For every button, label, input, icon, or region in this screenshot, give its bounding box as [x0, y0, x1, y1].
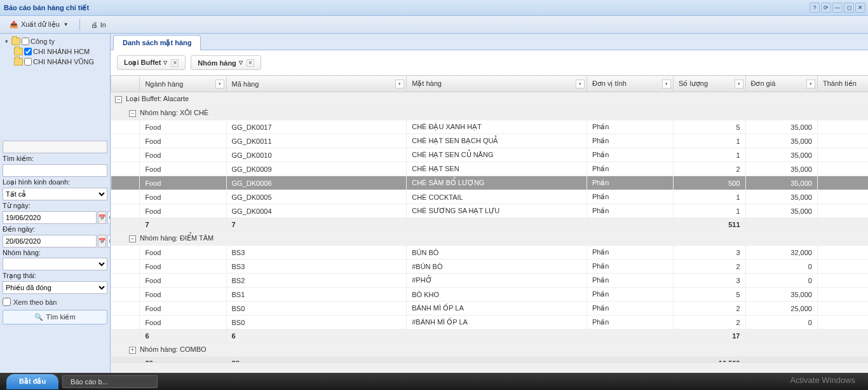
collapse-icon[interactable]: ▾: [3, 38, 10, 45]
branch2-checkbox[interactable]: [24, 58, 32, 66]
expand-icon[interactable]: −: [129, 235, 136, 242]
tree-root[interactable]: ▾ Công ty: [3, 36, 107, 46]
filter-group-label: Nhóm hàng: [198, 59, 236, 67]
dropdown-caret-icon: ▼: [64, 22, 69, 27]
status-label: Trạng thái:: [3, 272, 107, 280]
col-industry[interactable]: Ngành hàng▾: [140, 76, 226, 92]
table-row[interactable]: FoodGG_DK0017CHÈ ĐẬU XANH HẠTPhần535,000…: [111, 120, 869, 134]
group-row[interactable]: −Nhóm hàng: XÔI CHÈ: [111, 106, 869, 120]
filter-item-group[interactable]: Nhóm hàng ▽ ×: [191, 55, 261, 70]
remove-filter-icon[interactable]: ×: [171, 59, 179, 67]
filter-icon[interactable]: ▾: [735, 80, 743, 88]
filter-buffet-label: Loại Buffet: [124, 59, 161, 67]
group-row[interactable]: −Loại Buffet: Alacarte: [111, 92, 869, 106]
subtotal-row: 7751117,885,000: [111, 218, 869, 232]
maximize-button[interactable]: ◻: [844, 3, 854, 13]
sidebar: ▾ Công ty CHI NHÁNH HCM CHI NHÁNH VŨNG: [0, 34, 111, 373]
export-label: Xuất dữ liệu: [21, 20, 60, 29]
col-unit-price[interactable]: Đơn giá▾: [745, 76, 817, 92]
subtotal-row: 6617321,000: [111, 330, 869, 343]
col-item-name[interactable]: Mặt hàng▾: [407, 76, 587, 92]
table-row[interactable]: FoodGG_DK0006CHÈ SÂM BỔ LƯỢNGPhần50035,0…: [111, 176, 869, 190]
print-label: In: [100, 21, 106, 29]
grand-total-row: 28 28 10,560 1,720,634,000: [111, 357, 869, 363]
taskbar: Bắt đầu Báo cáo b...: [0, 373, 868, 390]
to-date-picker-icon[interactable]: 📅: [98, 235, 106, 247]
tab-item-list[interactable]: Danh sách mặt hàng: [113, 35, 201, 50]
expand-icon[interactable]: −: [129, 110, 136, 117]
tab-label: Danh sách mặt hàng: [123, 39, 191, 46]
table-row[interactable]: FoodBS3BÚN BÒPhần332,00096,000: [111, 246, 869, 260]
col-quantity[interactable]: Số lượng▾: [674, 76, 745, 92]
expand-icon[interactable]: +: [129, 347, 136, 354]
branch1-checkbox[interactable]: [24, 48, 32, 55]
remove-filter-icon[interactable]: ×: [247, 59, 254, 67]
table-row[interactable]: FoodGG_DK0004CHÈ SƯƠNG SA HẠT LỰUPhần135…: [111, 204, 869, 218]
grand-count2: 28: [226, 357, 407, 363]
col-amount[interactable]: Thành tiền▾: [817, 76, 868, 92]
table-row[interactable]: FoodBS3#BÚN BÒPhần200: [111, 260, 869, 274]
view-by-table-label: Xem theo bàn: [13, 298, 57, 306]
tree-branch-hcm[interactable]: CHI NHÁNH HCM: [3, 46, 107, 57]
search-button-label: Tìm kiếm: [46, 313, 75, 321]
table-row[interactable]: FoodBS1BÒ KHOPhần535,000175,000: [111, 288, 869, 302]
start-label: Bắt đầu: [19, 377, 46, 386]
top-input[interactable]: [3, 141, 107, 153]
filter-buffet-type[interactable]: Loại Buffet ▽ ×: [117, 55, 186, 70]
taskbar-item-report[interactable]: Báo cáo b...: [62, 375, 158, 388]
content-area: Danh sách mặt hàng Loại Buffet ▽ × Nhóm …: [111, 34, 868, 373]
tree-branch-vung[interactable]: CHI NHÁNH VŨNG: [3, 57, 107, 67]
data-grid: Ngành hàng▾ Mã hàng▾ Mặt hàng▾ Đơn vị tí…: [111, 75, 868, 362]
grand-qty: 10,560: [674, 357, 745, 363]
export-button[interactable]: 📤 Xuất dữ liệu ▼: [4, 18, 74, 31]
table-row[interactable]: FoodBS0#BÁNH MÌ ỐP LAPhần200: [111, 316, 869, 330]
start-button[interactable]: Bắt đầu: [6, 374, 58, 389]
print-button[interactable]: 🖨 In: [85, 18, 112, 31]
table-row[interactable]: FoodGG_DK0010CHÈ HẠT SEN CỦ NĂNGPhần135,…: [111, 148, 869, 162]
filter-icon[interactable]: ▾: [806, 80, 815, 88]
business-type-label: Loại hình kinh doanh:: [3, 178, 107, 186]
status-select[interactable]: Phiếu đã đóng: [3, 281, 107, 294]
view-by-table-checkbox[interactable]: [3, 298, 11, 306]
group-row[interactable]: +Nhóm hàng: COMBO: [111, 343, 869, 357]
chevron-down-icon: ▽: [163, 60, 167, 66]
horizontal-scrollbar[interactable]: [111, 362, 868, 373]
from-date-picker-icon[interactable]: 📅: [98, 211, 106, 224]
expand-icon[interactable]: −: [115, 96, 122, 103]
folder-icon: [14, 48, 23, 55]
col-unit[interactable]: Đơn vị tính▾: [587, 76, 673, 92]
grand-count1: 28: [140, 357, 226, 363]
refresh-button[interactable]: ⟳: [821, 3, 831, 13]
taskbar-item-label: Báo cáo b...: [71, 378, 108, 386]
to-date-input[interactable]: [3, 235, 97, 247]
window-title: Báo cáo bán hàng chi tiết: [4, 4, 89, 12]
grid-scroll-area[interactable]: Ngành hàng▾ Mã hàng▾ Mặt hàng▾ Đơn vị tí…: [111, 75, 868, 362]
filter-icon[interactable]: ▾: [395, 80, 404, 88]
help-button[interactable]: ?: [810, 3, 820, 13]
search-input[interactable]: [3, 164, 107, 177]
root-checkbox[interactable]: [22, 38, 29, 45]
col-expand: [111, 76, 140, 92]
from-date-label: Từ ngày:: [3, 202, 107, 210]
business-type-select[interactable]: Tất cả: [3, 188, 107, 200]
close-button[interactable]: ✕: [855, 3, 865, 13]
folder-icon: [14, 58, 23, 66]
branch-tree: ▾ Công ty CHI NHÁNH HCM CHI NHÁNH VŨNG: [3, 36, 107, 67]
table-row[interactable]: FoodGG_DK0005CHÈ COCKTAILPhần135,00035,0…: [111, 190, 869, 204]
minimize-button[interactable]: —: [832, 3, 843, 13]
from-date-input[interactable]: [3, 211, 97, 224]
group-row[interactable]: −Nhóm hàng: ĐIỂM TÂM: [111, 232, 869, 246]
filter-icon[interactable]: ▾: [576, 80, 585, 88]
table-row[interactable]: FoodBS2#PHỞPhần300: [111, 274, 869, 288]
chevron-down-icon: ▽: [239, 60, 243, 66]
table-row[interactable]: FoodGG_DK0011CHÈ HẠT SEN BẠCH QUẢPhần135…: [111, 134, 869, 148]
filter-icon[interactable]: ▾: [215, 80, 224, 88]
search-button[interactable]: 🔍 Tìm kiếm: [3, 310, 107, 324]
col-item-code[interactable]: Mã hàng▾: [226, 76, 407, 92]
group-select[interactable]: [3, 258, 107, 270]
table-row[interactable]: FoodGG_DK0009CHÈ HẠT SENPhần235,00070,00…: [111, 162, 869, 176]
table-row[interactable]: FoodBS0BÁNH MÌ ỐP LAPhần225,00050,000: [111, 302, 869, 316]
print-icon: 🖨: [91, 21, 98, 29]
filter-icon[interactable]: ▾: [662, 80, 671, 88]
tree-root-label: Công ty: [31, 38, 55, 45]
